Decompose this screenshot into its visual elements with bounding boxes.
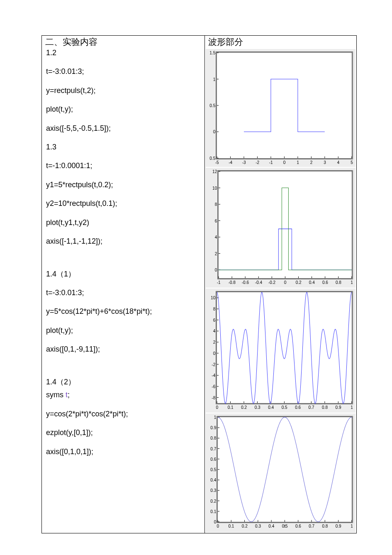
code-line: axis([0,1,-9,11]); [46,345,200,354]
content-table: 二、实验内容 1.2 t=-3:0.01:3; y=rectpuls(t,2);… [41,35,357,533]
svg-rect-17 [218,171,352,279]
code-line: y1=5*rectpuls(t,0.2); [46,180,200,190]
code-line: axis([-5,5,-0.5,1.5]); [46,124,200,133]
document-page: 二、实验内容 1.2 t=-3:0.01:3; y=rectpuls(t,2);… [0,0,392,555]
plot-2-svg [218,171,353,279]
plot-1-svg [216,52,353,159]
code-line: plot(t,y1,t,y2) [46,218,200,227]
code-line: y2=10*rectpuls(t,0.1); [46,199,200,208]
plot-1: -5-4-3-2-10123450.500.511.5 [216,51,353,159]
svg-rect-58 [217,417,352,522]
plot-3: 00.10.20.30.40.50.60.70.80.91-8-6-4-2024… [216,291,353,404]
syms-keyword: syms [46,391,66,399]
code-line: y=5*cos(12*pi*t)+6*cos(18*pi*t); [46,307,200,316]
right-header: 波形部分 [205,36,356,48]
code-line: plot(t,y); [46,326,200,335]
plot-3-wrap: 00.10.20.30.40.50.60.70.80.91-8-6-4-2024… [206,289,355,413]
section-1-2: 1.2 [46,48,200,58]
code-line: t=-1:0.0001:1; [46,161,200,171]
plot-2-wrap: -1-0.8-0.6-0.4-0.200.20.40.60.8102468101… [206,168,355,288]
code-column: 二、实验内容 1.2 t=-3:0.01:3; y=rectpuls(t,2);… [42,36,205,533]
svg-rect-0 [217,52,352,159]
section-1-4-1: 1.4（1） [46,269,200,279]
section-1-4-2: 1.4（2） [46,377,200,387]
code-line: axis([-1,1,-1,12]); [46,237,200,246]
plot-4: t 00.10.20.30.40.50.60.70.80.9100.10.20.… [217,416,353,523]
plot-4-wrap: t 00.10.20.30.40.50.60.70.80.9100.10.20.… [206,413,355,532]
code-content: 1.2 t=-3:0.01:3; y=rectpuls(t,2); plot(t… [42,48,205,470]
code-line: t=-3:0.01:3; [46,67,200,76]
left-header: 二、实验内容 [42,36,205,48]
code-line: y=rectpuls(t,2); [46,86,200,95]
code-line: y=cos(2*pi*t)*cos(2*pi*t); [46,409,200,419]
plot-1-wrap: -5-4-3-2-10123450.500.511.5 [206,49,355,167]
plot-2: -1-0.8-0.6-0.4-0.200.20.40.60.8102468101… [217,170,353,279]
code-line: ezplot(y,[0,1]); [46,428,200,438]
plot-3-svg [216,291,353,404]
plot-4-svg [217,416,353,523]
plot-column: 波形部分 -5-4-3-2-10123450.500.511.5 [205,36,357,533]
code-line: axis([0,1,0,1]); [46,447,200,457]
code-line: syms t; [46,390,200,400]
code-line: t=-3:0.01:3; [46,288,200,298]
semicolon: ; [68,391,70,399]
section-1-3: 1.3 [46,142,200,152]
code-line: plot(t,y); [46,105,200,114]
